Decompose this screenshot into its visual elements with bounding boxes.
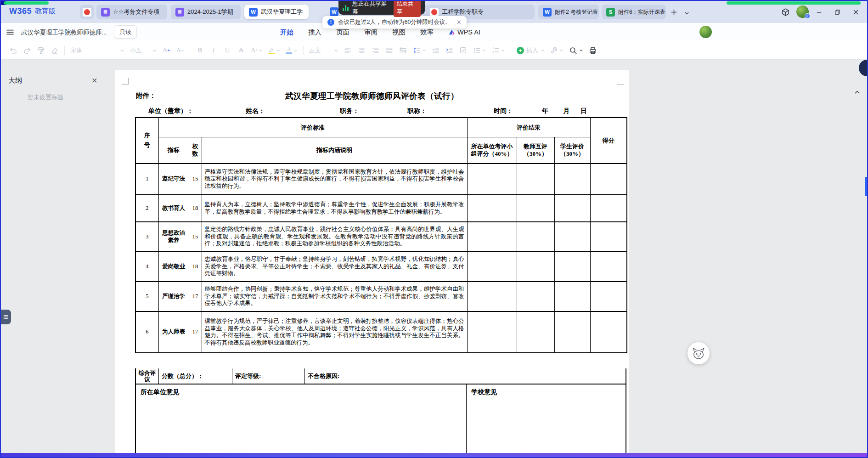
table-row: 6 为人师表 17 课堂教学行为规范，严于律己；注重修养，言谈举止文明，着装打扮… (135, 311, 627, 353)
restore-icon[interactable] (831, 6, 843, 17)
purple-doc-icon: ≣ (101, 8, 110, 17)
row-weight: 18 (189, 195, 202, 222)
font-size-select[interactable]: 小五 (130, 46, 157, 55)
end-share-button[interactable]: 结束共享 (394, 0, 421, 17)
tab-fujian6[interactable]: S 附件6：实际开课表 (602, 5, 666, 19)
align-distribute-icon[interactable] (399, 45, 407, 56)
margin-mark (122, 78, 129, 85)
avatar-small[interactable] (699, 26, 712, 38)
tab-list-chevron-icon[interactable] (681, 7, 693, 18)
format-painter-icon[interactable] (37, 45, 45, 56)
numbered-list-icon[interactable]: 12 (492, 45, 505, 56)
floating-widget-ball[interactable] (859, 60, 868, 76)
header-defen: 得分 (590, 118, 627, 164)
row-weight: 17 (189, 311, 202, 353)
avatar[interactable]: 企 (796, 6, 809, 18)
underline-icon[interactable]: U (223, 45, 231, 56)
tab-2024-semester[interactable]: ≣ 2024-2025-1学期 (171, 5, 241, 19)
year-label: 年 (542, 107, 548, 115)
outline-close-icon[interactable]: ✕ (91, 76, 97, 85)
tools-wrench-icon[interactable] (550, 45, 564, 56)
vertical-scrollbar-thumb[interactable] (865, 177, 868, 196)
align-left-icon[interactable] (344, 45, 352, 56)
svg-text:2: 2 (492, 51, 494, 53)
menu-efficiency[interactable]: 效率 (420, 28, 434, 37)
grade-label: 评定等级: (232, 368, 305, 384)
cube-icon[interactable] (779, 6, 791, 17)
bold-icon[interactable]: B (196, 45, 204, 56)
tab-wuhan-huaxia-active[interactable]: W 武汉华夏理工学 ✕ (244, 5, 309, 19)
header-xuesheng: 学生评价（30%） (554, 137, 590, 164)
text-effects-icon[interactable]: Aᵃ (251, 45, 263, 56)
redo-icon[interactable] (23, 45, 31, 56)
font-increase-icon[interactable]: A+ (162, 45, 170, 56)
margin-mark (617, 78, 624, 85)
insert-button[interactable]: + 插入 (517, 45, 545, 56)
collapse-ribbon-icon[interactable] (853, 86, 861, 97)
highlight-color-icon[interactable] (268, 45, 280, 56)
search-icon[interactable] (569, 45, 583, 56)
tab-kaowu[interactable]: ≣ ☆☆考务文件专项 (96, 5, 167, 19)
font-name-select[interactable]: 宋体 (70, 46, 124, 55)
assistant-mascot-button[interactable] (688, 342, 710, 364)
document-page[interactable]: 附件： 武汉华夏理工学院教师师德师风评价表（试行） 单位（盖章）： 姓名： 职务… (115, 70, 629, 453)
tab-fujian2[interactable]: W 附件2 考核登记表 (538, 5, 599, 19)
menu-home[interactable]: 开始 (280, 28, 293, 37)
main-menu-hamburger-icon[interactable] (6, 28, 15, 37)
decrease-indent-icon[interactable] (432, 45, 440, 56)
form-title: 武汉华夏理工学院教师师德师风评价表（试行） (115, 90, 629, 102)
strikethrough-icon[interactable]: A (237, 45, 245, 56)
minimize-icon[interactable] (813, 6, 825, 17)
increase-indent-icon[interactable] (445, 45, 454, 56)
menu-view[interactable]: 视图 (392, 28, 406, 37)
undo-icon[interactable] (9, 45, 17, 56)
month-label: 月 (563, 107, 569, 115)
score-cell-empty (590, 195, 627, 222)
side-panel-toggle[interactable] (1, 310, 11, 324)
school-opinion-label: 学校意见 (467, 384, 626, 453)
align-right-icon[interactable] (372, 45, 380, 56)
row-desc: 坚定党的路线方针政策，忠诚人民教育事业，践行社会主义核心价值体系；具有高尚的世界… (202, 222, 467, 252)
line-spacing-icon[interactable] (413, 45, 426, 56)
cat-mascot-icon (690, 345, 707, 362)
font-color-icon[interactable]: A (286, 45, 298, 56)
screen-share-banner: 您正在共享屏幕 结束共享 (338, 1, 425, 15)
clear-format-icon[interactable] (51, 45, 59, 56)
menu-review[interactable]: 审阅 (364, 28, 378, 37)
italic-icon[interactable]: I (209, 45, 218, 56)
purple-doc-icon: ≣ (175, 8, 184, 17)
table-row: 2 教书育人 18 坚持育人为本，立德树人；坚持教学中渗透德育；尊重学生个性，促… (135, 195, 627, 222)
share-border-strip-left (4, 1, 49, 5)
print-icon[interactable] (589, 45, 597, 56)
row-indicator: 遵纪守法 (158, 164, 189, 195)
row-no: 1 (135, 164, 158, 195)
toast-close-icon[interactable]: ✕ (457, 19, 462, 26)
menu-page[interactable]: 页面 (336, 28, 349, 37)
font-decrease-icon[interactable]: A− (176, 45, 184, 56)
green-sheet-icon: S (606, 8, 615, 17)
menu-wps-ai[interactable]: WPS AI (448, 28, 480, 36)
bullet-list-icon[interactable] (473, 45, 486, 56)
align-justify-icon[interactable] (385, 45, 394, 56)
new-tab-plus-icon[interactable] (668, 6, 680, 17)
unit-opinion-label: 所在单位意见 (136, 384, 467, 453)
close-icon[interactable] (850, 6, 862, 17)
menu-insert[interactable]: 插入 (308, 28, 321, 37)
score-cell-empty (554, 282, 590, 311)
header-neihan: 指标内涵说明 (202, 137, 467, 164)
blue-word-icon-hidden-tab[interactable]: W (330, 7, 338, 16)
red-app-icon (430, 8, 439, 17)
row-indicator: 严谨治学 (158, 282, 189, 311)
score-cell-empty (517, 252, 554, 282)
row-desc: 课堂教学行为规范，严于律己；注重修养，言谈举止文明，着装打扮整洁，仪容仪表端庄得… (202, 311, 467, 353)
row-no: 5 (135, 282, 158, 311)
row-weight: 15 (189, 222, 202, 252)
score-cell-empty (517, 195, 554, 222)
red-app-icon (83, 8, 91, 17)
row-no: 4 (135, 252, 158, 282)
checkbox-icon[interactable] (459, 45, 468, 56)
readonly-badge[interactable]: 只读 (114, 25, 137, 39)
tab-app-red[interactable] (80, 5, 94, 19)
paragraph-style-select[interactable]: 正文 (309, 46, 338, 55)
align-center-icon[interactable] (358, 45, 366, 56)
